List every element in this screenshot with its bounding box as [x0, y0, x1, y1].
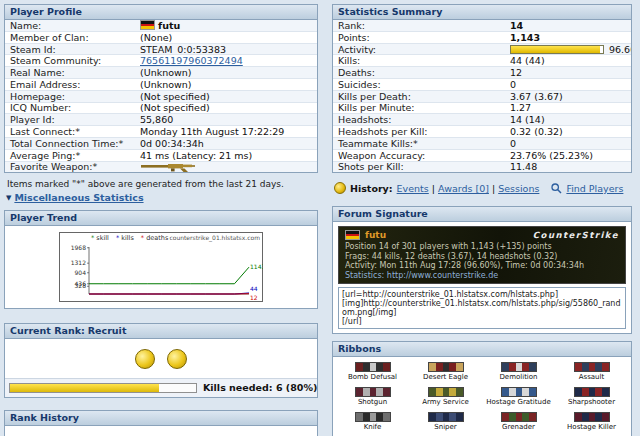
current-rank-label: Current Rank:: [10, 325, 85, 336]
table-row: Rank:14: [333, 20, 631, 32]
legend-kills: * kills: [116, 234, 134, 242]
row-value: 23.76% (25.23%): [506, 150, 631, 161]
rank-history-header: Rank History: [5, 411, 317, 426]
ribbon-image-hostage-gratitude: [501, 387, 537, 397]
svg-text:328: 328: [75, 283, 87, 290]
signature-line: Activity: Mon 11th Aug 17:28 (96.60%), T…: [345, 261, 619, 271]
ribbon-item: Grenader: [483, 412, 554, 432]
history-link-awards-0[interactable]: Awards [0]: [438, 183, 489, 194]
kills-needed-row: Kills needed: 6 (80%): [5, 378, 317, 397]
row-value: 14: [506, 20, 631, 31]
current-rank-name: Recruit: [88, 325, 127, 336]
find-players-link[interactable]: Find Players: [566, 183, 623, 194]
table-row: ICQ Number:(Not specified): [5, 103, 317, 115]
ribbon-item: Army Service: [410, 387, 481, 407]
activity-bar-fill: [511, 46, 600, 53]
ribbon-label: Hostage Gratitude: [483, 398, 554, 407]
table-row: Shots per Kill:11.48: [333, 162, 631, 173]
ribbon-image-sniper: [428, 412, 464, 422]
chart-legend: * skill* kills* deaths: [91, 234, 175, 242]
row-value: 44 (44): [506, 55, 631, 66]
row-label: Teammate Kills:*: [333, 138, 506, 149]
row-value: 3.67 (3.67): [506, 91, 631, 102]
statistics-summary-header: Statistics Summary: [333, 5, 631, 20]
row-label: Shots per Kill:: [333, 162, 506, 173]
player-trend-header: Player Trend: [5, 211, 317, 226]
rank-history-panel: Rank History: [4, 410, 318, 436]
row-label: Suicides:: [333, 79, 506, 90]
germany-flag-icon: [140, 20, 155, 30]
row-label: Email Address:: [5, 79, 136, 90]
ribbon-item: Bomb Defusal: [337, 362, 408, 382]
table-row: Name:futu: [5, 20, 317, 32]
player-trend-panel: Player Trend * skill* kills* deaths coun…: [4, 210, 318, 309]
row-value: [136, 162, 317, 173]
table-row: Homepage:(Not specified): [5, 91, 317, 103]
ribbon-image-demolition: [501, 362, 537, 372]
table-row: Headshots:14 (14): [333, 114, 631, 126]
table-row: Steam Community:76561197960372494: [5, 55, 317, 67]
row-value: 1.27: [506, 103, 631, 114]
ribbon-item: Shotgun: [337, 387, 408, 407]
history-link-sessions[interactable]: Sessions: [498, 183, 539, 194]
row-value: 76561197960372494: [136, 55, 317, 66]
ribbon-item: Hostage Killer: [556, 412, 627, 432]
rank-badge-icon: [135, 349, 155, 369]
history-link-events[interactable]: Events: [397, 183, 429, 194]
row-label: Last Connect:*: [5, 126, 136, 137]
row-label: Points:: [333, 32, 506, 43]
ribbon-item: Desert Eagle: [410, 362, 481, 382]
row-value: 55,860: [136, 114, 317, 125]
ribbons-grid: Bomb DefusalDesert EagleDemolitionAssaul…: [333, 357, 631, 436]
steam-community-link[interactable]: 76561197960372494: [140, 55, 243, 66]
footnote: Items marked "*" above are generated fro…: [7, 179, 316, 189]
row-value: 0.32 (0.32): [506, 126, 631, 137]
row-label: Deaths:: [333, 67, 506, 78]
row-label: Kills per Death:: [333, 91, 506, 102]
table-row: Total Connection Time:*0d 00:34:34h: [5, 138, 317, 150]
signature-bbcode-box[interactable]: [url=http://counterstrike_01.hlstatsx.co…: [338, 287, 626, 329]
ribbon-label: Sharpshooter: [556, 398, 627, 407]
row-value: 0d 00:34:34h: [136, 138, 317, 149]
history-bar: History: Events | Awards [0] | Sessions …: [334, 182, 632, 194]
ribbon-item: Knife: [337, 412, 408, 432]
row-label: Steam Id:: [5, 44, 136, 55]
ribbon-label: Assault: [556, 373, 627, 382]
germany-flag-icon: [345, 230, 360, 240]
row-value: (Not specified): [136, 91, 317, 102]
current-rank-header: Current Rank:Recruit: [5, 324, 317, 339]
table-row: Favorite Weapon:*: [5, 162, 317, 173]
signature-banner: futu CounterStrike Position 14 of 301 pl…: [338, 226, 626, 284]
kills-needed-value: 6 (80%): [276, 382, 317, 393]
row-label: Real Name:: [5, 67, 136, 78]
svg-text:1968: 1968: [71, 244, 86, 251]
miscellaneous-statistics-row: ▼ Miscellaneous Statistics: [6, 192, 318, 203]
ribbon-label: Sniper: [410, 423, 481, 432]
table-row: Real Name:(Unknown): [5, 67, 317, 79]
ribbon-item: Sharpshooter: [556, 387, 627, 407]
signature-player-name: futu: [365, 230, 386, 240]
row-value: STEAM_0:0:53383: [136, 44, 317, 55]
search-icon: [551, 183, 562, 194]
row-value: (None): [136, 32, 317, 43]
ribbon-label: Bomb Defusal: [337, 373, 408, 382]
table-row: Activity:96.60%: [333, 44, 631, 56]
chevron-down-icon: ▼: [6, 194, 11, 202]
miscellaneous-statistics-link[interactable]: Miscellaneous Statistics: [14, 192, 143, 203]
left-column: Player Profile Name:futuMember of Clan:(…: [4, 4, 318, 436]
page: Player Profile Name:futuMember of Clan:(…: [0, 0, 640, 436]
player-profile-header: Player Profile: [5, 5, 317, 20]
player-name: futu: [158, 20, 180, 31]
player-trend-chart-box: * skill* kills* deaths counterstrike_01.…: [59, 232, 263, 302]
history-icon: [334, 182, 346, 194]
row-value: Monday 11th August 17:22:29: [136, 126, 317, 137]
row-label: Homepage:: [5, 91, 136, 102]
table-row: Teammate Kills:*0: [333, 138, 631, 150]
legend-deaths: * deaths: [141, 234, 169, 242]
legend-marker: *: [116, 234, 121, 242]
ribbon-item: Hostage Gratitude: [483, 387, 554, 407]
table-row: Email Address:(Unknown): [5, 79, 317, 91]
row-value: 0: [506, 79, 631, 90]
table-row: Player Id:55,860: [5, 114, 317, 126]
ribbons-header: Ribbons: [333, 342, 631, 357]
